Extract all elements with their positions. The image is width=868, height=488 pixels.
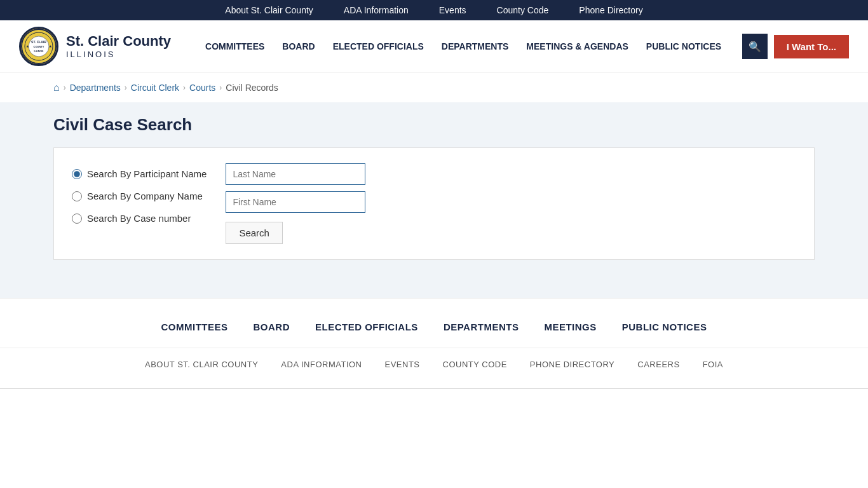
top-bar: About St. Clair County ADA Information E… (0, 0, 868, 20)
radio-case-number[interactable] (72, 214, 82, 224)
logo-seal: ST. CLAIR COUNTY ILLINOIS ★ ★ (19, 27, 58, 66)
footer-phone-directory[interactable]: PHONE DIRECTORY (530, 360, 614, 369)
footer-careers[interactable]: CAREERS (637, 360, 679, 369)
search-radio-group: Search By Participant Name Search By Com… (72, 163, 207, 224)
i-want-to-button[interactable]: I Want To... (774, 35, 849, 58)
footer-nav-top: COMMITTEES BOARD ELECTED OFFICIALS DEPAR… (0, 298, 868, 348)
logo-link[interactable]: ST. CLAIR COUNTY ILLINOIS ★ ★ St. Clair … (19, 27, 171, 66)
footer-nav-bottom: ABOUT ST. CLAIR COUNTY ADA INFORMATION E… (0, 348, 868, 388)
footer-about[interactable]: ABOUT ST. CLAIR COUNTY (145, 360, 258, 369)
breadcrumb-departments[interactable]: Departments (70, 83, 121, 93)
radio-participant-text: Search By Participant Name (87, 168, 207, 179)
topbar-about[interactable]: About St. Clair County (225, 5, 313, 15)
logo-text: St. Clair County ILLINOIS (66, 33, 171, 60)
radio-participant[interactable] (72, 169, 82, 179)
breadcrumb-sep-3: › (219, 83, 222, 92)
first-name-input[interactable] (226, 191, 365, 213)
civil-case-search-box: Search By Participant Name Search By Com… (53, 147, 815, 260)
last-name-input[interactable] (226, 163, 365, 185)
nav-elected-officials[interactable]: ELECTED OFFICIALS (324, 36, 433, 57)
main-content: Civil Case Search Search By Participant … (0, 102, 868, 298)
breadcrumb-sep-0: › (64, 83, 66, 92)
radio-case-number-label[interactable]: Search By Case number (72, 213, 207, 224)
main-nav: COMMITTEES BOARD ELECTED OFFICIALS DEPAR… (196, 36, 742, 57)
breadcrumb-courts[interactable]: Courts (189, 83, 215, 93)
state-name: ILLINOIS (66, 50, 171, 60)
footer-committees[interactable]: COMMITTEES (161, 322, 228, 332)
search-form-fields: Search (226, 163, 365, 244)
footer-foia[interactable]: FOIA (703, 360, 723, 369)
radio-company-text: Search By Company Name (87, 191, 203, 201)
topbar-ada[interactable]: ADA Information (344, 5, 409, 15)
svg-text:ST. CLAIR: ST. CLAIR (31, 40, 46, 44)
nav-departments[interactable]: DEPARTMENTS (433, 36, 518, 57)
footer-events[interactable]: EVENTS (385, 360, 420, 369)
svg-text:ILLINOIS: ILLINOIS (34, 50, 44, 53)
search-toggle-button[interactable]: 🔍 (742, 34, 768, 59)
breadcrumb-sep-2: › (183, 83, 186, 92)
page-title: Civil Case Search (53, 115, 815, 135)
topbar-events[interactable]: Events (439, 5, 466, 15)
breadcrumb-section: ⌂ › Departments › Circuit Clerk › Courts… (0, 73, 868, 102)
footer-meetings[interactable]: MEETINGS (544, 322, 596, 332)
breadcrumb-sep-1: › (125, 83, 127, 92)
topbar-county-code[interactable]: County Code (497, 5, 549, 15)
radio-case-number-text: Search By Case number (87, 213, 191, 224)
nav-committees[interactable]: COMMITTEES (196, 36, 273, 57)
footer-elected-officials[interactable]: ELECTED OFFICIALS (315, 322, 418, 332)
footer-departments[interactable]: DEPARTMENTS (444, 322, 519, 332)
nav-public-notices[interactable]: PUBLIC NOTICES (637, 36, 730, 57)
footer-bottom-bar (0, 388, 868, 404)
header: ST. CLAIR COUNTY ILLINOIS ★ ★ St. Clair … (0, 20, 868, 73)
breadcrumb-home[interactable]: ⌂ (53, 82, 60, 93)
breadcrumb: ⌂ › Departments › Circuit Clerk › Courts… (53, 82, 815, 93)
footer-public-notices[interactable]: PUBLIC NOTICES (622, 322, 707, 332)
footer-ada[interactable]: ADA INFORMATION (281, 360, 362, 369)
topbar-phone-directory[interactable]: Phone Directory (579, 5, 642, 15)
breadcrumb-circuit-clerk[interactable]: Circuit Clerk (131, 83, 179, 93)
nav-meetings-agendas[interactable]: MEETINGS & AGENDAS (517, 36, 637, 57)
radio-participant-label[interactable]: Search By Participant Name (72, 168, 207, 179)
county-name: St. Clair County (66, 33, 171, 50)
footer-county-code[interactable]: COUNTY CODE (443, 360, 507, 369)
radio-company[interactable] (72, 191, 82, 201)
radio-company-label[interactable]: Search By Company Name (72, 191, 207, 201)
header-actions: 🔍 I Want To... (742, 34, 849, 59)
search-button[interactable]: Search (226, 222, 283, 244)
nav-board[interactable]: BOARD (273, 36, 323, 57)
footer-board[interactable]: BOARD (254, 322, 290, 332)
breadcrumb-current: Civil Records (226, 83, 278, 93)
search-icon: 🔍 (749, 41, 761, 53)
svg-text:COUNTY: COUNTY (34, 45, 44, 48)
